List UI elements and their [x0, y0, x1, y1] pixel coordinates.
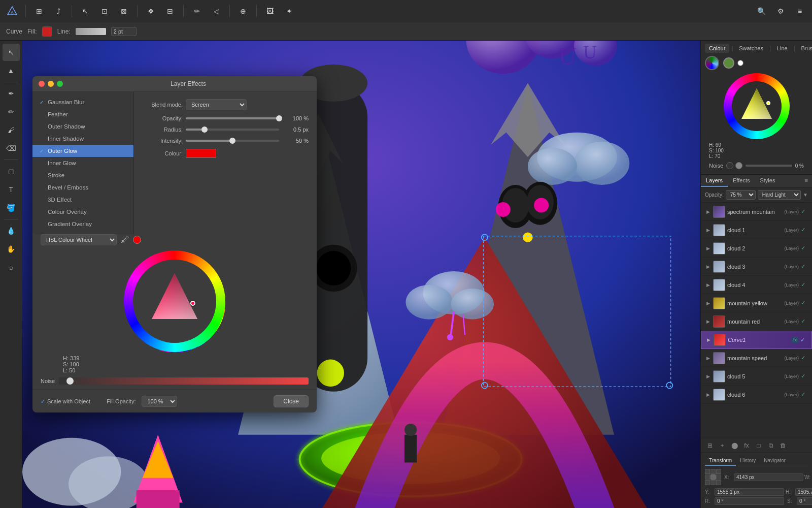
delete-layer-icon[interactable]: 🗑 — [778, 440, 788, 451]
tab-swatches[interactable]: Swatches — [735, 44, 767, 53]
text-tool[interactable]: T — [3, 181, 20, 198]
anchor-bc[interactable] — [710, 480, 716, 485]
layers-icon[interactable]: ⊕ — [235, 3, 251, 19]
canvas-area[interactable]: U U — [22, 41, 700, 508]
expand-icon[interactable]: ▶ — [705, 373, 711, 379]
fill-opacity-select[interactable]: 100 % 75 % 50 % — [142, 396, 177, 407]
dropper-tool[interactable]: 💧 — [3, 222, 20, 239]
tab-history[interactable]: History — [736, 456, 760, 466]
hue-ring-preview[interactable] — [705, 56, 719, 70]
main-color-wheel[interactable] — [724, 73, 790, 139]
grid-icon[interactable]: ⊞ — [31, 3, 47, 19]
tab-transform[interactable]: Transform — [705, 456, 736, 466]
dialog-close-button[interactable] — [39, 81, 45, 87]
fx-layer-icon[interactable]: fx — [741, 440, 752, 451]
photo-icon[interactable]: 🖼 — [262, 3, 278, 19]
colour-swatch[interactable] — [186, 149, 216, 158]
pen-tool[interactable]: ✒ — [3, 85, 20, 102]
tab-brushes[interactable]: Brushes — [797, 44, 812, 53]
zoom-tool[interactable]: ⌕ — [3, 259, 20, 276]
effect-stroke[interactable]: Stroke — [32, 169, 133, 181]
noise-panel-slider[interactable] — [746, 165, 792, 167]
layer-cloud-3[interactable]: ▶ cloud 3 (Layer) ✓ — [701, 258, 812, 276]
layer-visible[interactable]: ✓ — [801, 355, 808, 361]
effect-gaussian-blur[interactable]: ✓ Gaussian Blur — [32, 96, 133, 108]
add-layer-icon[interactable]: + — [717, 440, 727, 451]
anchor-mc[interactable] — [710, 474, 716, 480]
group-icon[interactable]: □ — [754, 440, 764, 451]
add-pixel-layer-icon[interactable]: ⊞ — [705, 440, 715, 451]
effect-gradient-overlay[interactable]: Gradient Overlay — [32, 218, 133, 230]
close-button[interactable]: Close — [274, 395, 309, 407]
anchor-tl[interactable] — [705, 469, 710, 474]
h-input[interactable] — [795, 488, 812, 496]
layer-blend-select[interactable]: Hard Light Normal Multiply Screen — [758, 190, 801, 200]
layer-visible[interactable]: ✓ — [801, 245, 808, 251]
arrange-icon[interactable]: ❖ — [143, 3, 159, 19]
layer-visible[interactable]: ✓ — [801, 318, 808, 325]
layer-cloud-2[interactable]: ▶ cloud 2 (Layer) ✓ — [701, 239, 812, 258]
share-icon[interactable]: ⤴ — [50, 3, 66, 19]
hsl-color-wheel-container[interactable] — [124, 250, 225, 352]
layer-opacity-select[interactable]: 75 % 100 % 50 % — [726, 190, 756, 200]
mask-icon[interactable]: ⬤ — [729, 440, 739, 451]
expand-icon[interactable]: ▶ — [705, 227, 711, 233]
duplicate-icon[interactable]: ⧉ — [766, 440, 776, 451]
layer-visible[interactable]: ✓ — [801, 263, 808, 270]
radius-slider[interactable] — [186, 129, 279, 131]
fill-tool[interactable]: 🪣 — [3, 199, 20, 216]
tab-navigator[interactable]: Navigator — [760, 456, 790, 466]
dialog-maximize-button[interactable] — [57, 81, 63, 87]
layer-visible[interactable]: ✓ — [801, 281, 808, 288]
expand-icon[interactable]: ▶ — [705, 264, 711, 270]
node-tool[interactable]: ▲ — [3, 62, 20, 79]
layer-spectrum-mountain[interactable]: ▶ spectrum mountain (Layer) ✓ — [701, 203, 812, 221]
menu-icon[interactable]: ≡ — [792, 3, 808, 19]
select-tool[interactable]: ↖ — [3, 44, 20, 61]
tab-line[interactable]: Line — [773, 44, 792, 53]
back-icon[interactable]: ◁ — [208, 3, 224, 19]
layer-visible[interactable]: ✓ — [801, 300, 808, 306]
layer-mountain-yellow[interactable]: ▶ mountain yellow (Layer) ✓ — [701, 294, 812, 312]
noise-slider[interactable] — [59, 377, 309, 385]
effect-inner-shadow[interactable]: Inner Shadow — [32, 133, 133, 145]
transform-tool[interactable]: ⊠ — [116, 3, 132, 19]
eyedropper-icon[interactable]: 🖉 — [121, 235, 129, 244]
fx-icon[interactable]: ✦ — [281, 3, 297, 19]
align-icon[interactable]: ⊟ — [162, 3, 178, 19]
fill-color-swatch[interactable] — [42, 26, 52, 37]
pencil-tool[interactable]: ✏ — [3, 103, 20, 120]
anchor-br[interactable] — [716, 480, 721, 485]
y-input[interactable] — [715, 488, 784, 496]
layer-visible[interactable]: ✓ — [801, 208, 808, 215]
opacity-slider[interactable] — [186, 117, 279, 119]
layer-curve-active[interactable]: ▶ Curve1 fx ✓ — [701, 331, 812, 349]
shape-tool[interactable]: ◻ — [3, 163, 20, 180]
layer-cloud-5[interactable]: ▶ cloud 5 (Layer) ✓ — [701, 367, 812, 386]
scale-with-object[interactable]: ✓ Scale with Object — [41, 398, 90, 405]
expand-icon[interactable]: ▶ — [705, 355, 711, 361]
settings-icon[interactable]: ⚙ — [772, 3, 789, 19]
expand-icon[interactable]: ▶ — [705, 245, 711, 251]
tab-layers[interactable]: Layers — [701, 175, 728, 187]
effect-outer-glow[interactable]: ✓ Outer Glow — [32, 145, 133, 157]
effect-3d[interactable]: 3D Effect — [32, 194, 133, 206]
pen-icon[interactable]: ✏ — [189, 3, 205, 19]
dialog-minimize-button[interactable] — [48, 81, 54, 87]
layers-menu-icon[interactable]: ≡ — [801, 175, 812, 187]
anchor-ml[interactable] — [705, 474, 710, 480]
anchor-mr[interactable] — [716, 474, 721, 480]
layer-cloud-4[interactable]: ▶ cloud 4 (Layer) ✓ — [701, 276, 812, 294]
effect-feather[interactable]: Feather — [32, 108, 133, 120]
hand-tool[interactable]: ✋ — [3, 240, 20, 258]
layers-expand-icon[interactable]: ▼ — [803, 192, 808, 198]
layer-visible[interactable]: ✓ — [801, 391, 808, 398]
layer-cloud-6[interactable]: ▶ cloud 6 (Layer) ✓ — [701, 386, 812, 404]
effect-inner-glow[interactable]: Inner Glow — [32, 157, 133, 169]
tab-effects[interactable]: Effects — [728, 175, 755, 187]
eraser-tool[interactable]: ⌫ — [3, 140, 20, 157]
effect-colour-overlay[interactable]: Colour Overlay — [32, 206, 133, 218]
tab-colour[interactable]: Colour — [705, 44, 729, 53]
blend-mode-select[interactable]: Screen Normal Multiply Overlay — [186, 99, 247, 110]
foreground-color[interactable] — [723, 57, 734, 69]
